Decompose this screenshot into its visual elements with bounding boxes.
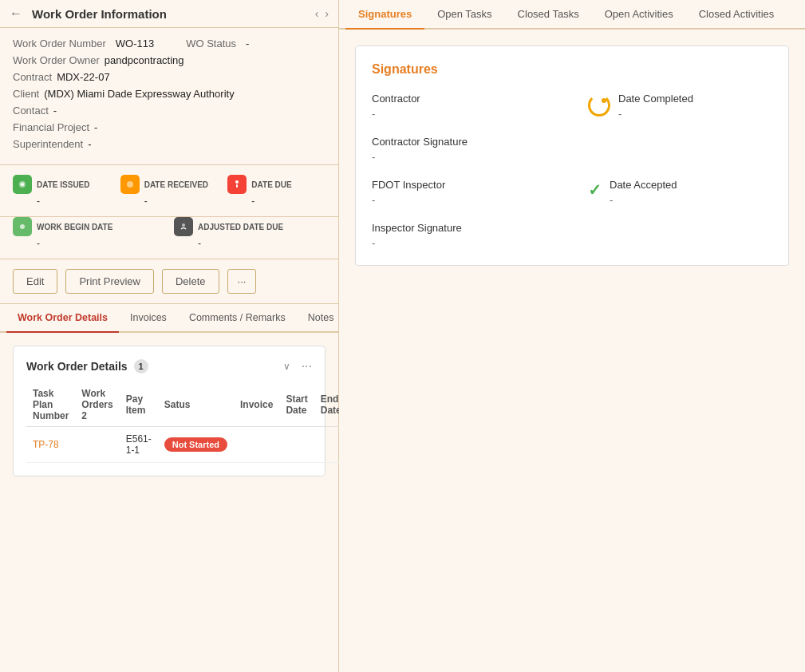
inspector-signature-label: Inspector Signature — [372, 222, 556, 234]
date-accepted-text: Date Accepted - — [610, 179, 677, 206]
client-label: Client — [13, 88, 39, 100]
date-completed-item: Date Completed - — [588, 93, 772, 120]
wo-details-title: Work Order Details 1 — [26, 359, 148, 374]
col-status: Satus — [158, 383, 234, 427]
wo-details-title-text: Work Order Details — [26, 360, 128, 373]
top-tabs-bar: Signatures Open Tasks Closed Tasks Open … — [339, 0, 805, 30]
date-received-item: DATE RECEIVED - — [120, 175, 219, 207]
contract-label: Contract — [13, 71, 52, 83]
work-orders-2-cell — [75, 427, 119, 463]
col-pay-item: Pay Item — [120, 383, 158, 427]
contact-value: - — [53, 105, 57, 117]
top-tab-closed-activities[interactable]: Closed Activities — [686, 0, 787, 30]
financial-project-label: Financial Project — [13, 121, 89, 133]
work-order-number-label: Work Order Number — [13, 38, 106, 49]
check-icon: ✓ — [588, 180, 602, 200]
tab-work-order-details[interactable]: Work Order Details — [6, 304, 119, 333]
top-tab-open-tasks[interactable]: Open Tasks — [424, 0, 504, 30]
date-issued-value: - — [37, 196, 40, 207]
wo-table-collapse-icon[interactable]: ∨ — [278, 359, 295, 374]
wo-status-value: - — [246, 38, 249, 49]
spinner-icon — [588, 94, 610, 120]
inspector-signature-sig-item: Inspector Signature - — [372, 222, 556, 249]
date-received-label: DATE RECEIVED — [144, 180, 208, 189]
date-accepted-label: Date Accepted — [610, 179, 677, 191]
date-due-badge — [227, 175, 247, 194]
page-title: Work Order Information — [32, 7, 315, 21]
wo-details-menu-icon[interactable]: ··· — [302, 359, 312, 374]
start-date-cell — [279, 427, 314, 463]
work-begin-date-value: - — [37, 238, 40, 249]
delete-button[interactable]: Delete — [162, 269, 219, 294]
fdot-inspector-sig-item: FDOT Inspector - — [372, 179, 556, 206]
fdot-inspector-value: - — [372, 194, 556, 206]
bottom-tabs-bar: Work Order Details Invoices Comments / R… — [0, 303, 338, 333]
top-tab-signatures[interactable]: Signatures — [345, 0, 424, 30]
signatures-title: Signatures — [372, 62, 772, 77]
contractor-signature-value: - — [372, 151, 556, 163]
adjusted-date-due-badge — [174, 217, 193, 236]
date-received-badge — [120, 175, 140, 194]
date-accepted-value: - — [610, 194, 677, 206]
svg-rect-4 — [236, 184, 238, 188]
work-begin-date-item: WORK BEGIN DATE - — [13, 217, 164, 249]
inspector-signature-value: - — [372, 237, 556, 249]
col-task-plan-number: Task Plan Number — [26, 383, 75, 427]
wo-details-header: Work Order Details 1 ∨ ··· — [26, 359, 312, 374]
more-options-button[interactable]: ··· — [227, 269, 257, 294]
date-due-label: DATE DUE — [251, 180, 291, 189]
work-order-details-card: Work Order Details 1 ∨ ··· Task Plan Num… — [13, 346, 326, 476]
client-value: (MDX) Miami Dade Expressway Authority — [44, 88, 234, 100]
top-tab-open-activities[interactable]: Open Activities — [592, 0, 686, 30]
edit-button[interactable]: Edit — [13, 269, 57, 294]
date-accepted-item: ✓ Date Accepted - — [588, 179, 772, 206]
wo-status-label: WO Status — [186, 38, 236, 49]
svg-point-5 — [20, 224, 25, 229]
action-buttons-section: Edit Print Preview Delete ··· — [0, 259, 338, 303]
work-order-info-section: Work Order Number WO-113 WO Status - Wor… — [0, 28, 338, 165]
tab-invoices[interactable]: Invoices — [119, 304, 178, 333]
dates-grid-row1: DATE ISSUED - DATE RECEIVED - — [0, 165, 338, 217]
work-order-number-value: WO-113 — [116, 38, 154, 49]
inspector-signature-right-empty — [588, 222, 772, 249]
svg-point-6 — [182, 223, 185, 227]
signatures-card: Signatures Contractor - Date Completed - — [355, 45, 789, 266]
work-order-details-section: Work Order Details 1 ∨ ··· Task Plan Num… — [0, 333, 338, 672]
date-due-item: DATE DUE - — [227, 175, 326, 207]
prev-arrow-icon[interactable]: ‹ — [315, 7, 319, 20]
signatures-panel: Signatures Contractor - Date Completed - — [339, 30, 805, 672]
contract-value: MDX-22-07 — [57, 71, 109, 83]
date-received-value: - — [144, 196, 148, 207]
top-tab-closed-tasks[interactable]: Closed Tasks — [505, 0, 592, 30]
fdot-inspector-label: FDOT Inspector — [372, 179, 556, 191]
col-work-orders-2: Work Orders 2 — [75, 383, 119, 427]
date-issued-badge — [13, 175, 32, 194]
status-badge: Not Started — [164, 437, 227, 452]
date-completed-label: Date Completed — [618, 93, 693, 105]
date-due-value: - — [251, 196, 255, 207]
back-arrow-icon[interactable]: ← — [10, 6, 22, 21]
tab-notes[interactable]: Notes — [297, 304, 345, 333]
financial-project-value: - — [94, 121, 97, 133]
adjusted-date-due-item: ADJUSTED DATE DUE - — [174, 217, 326, 249]
task-plan-number-link[interactable]: TP-78 — [33, 439, 59, 450]
svg-point-1 — [21, 183, 24, 186]
next-arrow-icon[interactable]: › — [325, 7, 329, 20]
date-completed-value: - — [618, 108, 693, 120]
left-bottom-section: Work Order Details Invoices Comments / R… — [0, 303, 338, 672]
invoice-cell — [234, 427, 279, 463]
tab-comments-remarks[interactable]: Comments / Remarks — [178, 304, 297, 333]
work-order-owner-label: Work Order Owner — [13, 54, 100, 66]
superintendent-label: Superintendent — [13, 138, 83, 150]
contractor-signature-right-empty — [588, 136, 772, 163]
col-invoice: Invoice — [234, 383, 279, 427]
print-preview-button[interactable]: Print Preview — [65, 269, 154, 294]
contractor-sig-item: Contractor - — [372, 93, 556, 120]
contractor-sig-value: - — [372, 108, 556, 120]
date-issued-item: DATE ISSUED - — [13, 175, 111, 207]
contractor-signature-sig-item: Contractor Signature - — [372, 136, 556, 163]
dates-grid-row2: WORK BEGIN DATE - ADJUSTED DATE DUE - — [0, 217, 338, 259]
contractor-sig-label: Contractor — [372, 93, 556, 105]
svg-point-2 — [127, 181, 133, 188]
pay-item-cell: E561-1-1 — [120, 427, 158, 463]
